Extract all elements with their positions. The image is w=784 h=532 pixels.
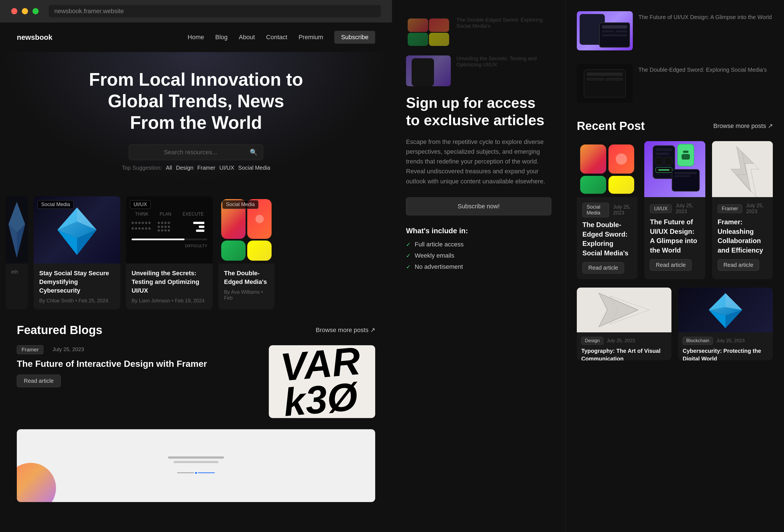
nav-blog[interactable]: Blog (215, 34, 228, 41)
featured-article-title: The Future of Interactive Design with Fr… (17, 359, 258, 369)
recent-card-2[interactable]: Framer July 25, 2023 Framer: Unleashing … (712, 141, 773, 279)
nav-links: Home Blog About Contact Premium Subscrib… (188, 31, 375, 44)
article-thumb-1 (406, 55, 451, 86)
recent-card-title-2: Framer: Unleashing Collaboration and Eff… (718, 217, 767, 255)
card-cybersecurity[interactable]: Social Media (34, 196, 120, 309)
include-label-1: Weekly emails (415, 252, 454, 259)
svg-marker-8 (731, 147, 754, 192)
recent-card-img-0 (577, 141, 638, 197)
address-text: newsbook.framer.website (54, 7, 124, 15)
includes-title: What's include in: (406, 226, 551, 235)
recent-card-3[interactable]: Design July 25, 2023 Typography: The Art… (577, 287, 671, 360)
include-item-0: ✓ Full article access (406, 241, 551, 248)
top-article-subtitle-0: The Double-Edged Sword: Exploring Social… (456, 17, 551, 29)
right-article-dark-content: The Double-Edged Sword: Exploring Social… (638, 64, 773, 78)
articles-col: The Future of UI/UX Design: A Glimpse in… (566, 0, 784, 532)
subscribe-button[interactable]: Subscribe now! (406, 197, 551, 215)
signup-section: The Double-Edged Sword: Exploring Social… (392, 0, 566, 532)
recent-row-2: Design July 25, 2023 Typography: The Art… (577, 287, 773, 360)
nav-premium[interactable]: Premium (299, 34, 323, 41)
search-icon[interactable]: 🔍 (250, 149, 257, 156)
right-article-uiux[interactable]: The Future of UI/UX Design: A Glimpse in… (577, 11, 773, 50)
include-item-1: ✓ Weekly emails (406, 252, 551, 259)
card-badge-1: UI/UX (130, 200, 151, 209)
right-panel: The Double-Edged Sword: Exploring Social… (392, 0, 784, 532)
top-article-dim: The Double-Edged Sword: Exploring Social… (406, 17, 551, 86)
top-article-0[interactable]: The Double-Edged Sword: Exploring Social… (406, 17, 551, 48)
card-uiux[interactable]: UI/UX THINK PLAN EXECUTE (126, 196, 213, 309)
suggestion-uiux[interactable]: UI/UX (219, 165, 234, 171)
check-icon-0: ✓ (406, 241, 411, 248)
right-article-dark[interactable]: The Double-Edged Sword: Exploring Social… (577, 64, 773, 103)
search-placeholder: Search resources... (135, 149, 246, 156)
website: newsbook Home Blog About Contact Premium… (0, 22, 392, 532)
include-label-0: Full article access (415, 241, 464, 248)
card-social[interactable]: Social Media The Double-Edged Media's By… (218, 196, 274, 309)
recent-card-body-1: UI/UX July 25, 2023 The Future of UI/UX … (644, 197, 705, 276)
featured-content: Framer July 25, 2023 The Future of Inter… (17, 345, 375, 418)
featured-blogs: Featured Blogs Browse more posts ↗ Frame… (0, 309, 392, 502)
read-article-btn-1[interactable]: Read article (650, 259, 692, 271)
featured-title: Featured Blogs (17, 324, 103, 337)
recent-date-2: July 25, 2023 (746, 203, 767, 215)
nav-home[interactable]: Home (188, 34, 204, 41)
suggestion-framer[interactable]: Framer (197, 165, 215, 171)
recent-grid: Social Media July 25, 2023 The Double-Ed… (577, 141, 773, 279)
signup-description: Escape from the repetitive cycle to expl… (406, 137, 551, 186)
recent-card-tags-0: Social Media July 25, 2023 (582, 203, 632, 217)
browser-dot-green[interactable] (32, 8, 39, 14)
recent-card-1[interactable]: UI/UX July 25, 2023 The Future of UI/UX … (644, 141, 705, 279)
read-article-btn-featured[interactable]: Read article (17, 375, 61, 387)
read-article-btn-2[interactable]: Read article (718, 259, 759, 271)
browser-chrome: newsbook.framer.website (0, 0, 392, 22)
hero-title: From Local Innovation to Global Trends, … (84, 69, 308, 133)
browser-dot-red[interactable] (11, 8, 17, 14)
browse-more-featured[interactable]: Browse more posts ↗ (316, 327, 375, 334)
recent-cat-0[interactable]: Social Media (582, 203, 609, 217)
recent-date-0: July 25, 2023 (613, 204, 632, 216)
right-article-dark-title: The Double-Edged Sword: Exploring Social… (638, 67, 773, 73)
read-article-btn-0[interactable]: Read article (582, 262, 624, 274)
card-meta-2: By Ava Williams • Feb (224, 289, 269, 301)
search-box[interactable]: Search resources... 🔍 (129, 144, 263, 160)
featured-img: VARk3Ø (269, 345, 375, 418)
recent-card-title-0: The Double-Edged Sword: Exploring Social… (582, 220, 632, 258)
recent-card-body-2: Framer July 25, 2023 Framer: Unleashing … (712, 197, 773, 276)
top-suggestion: Top Suggestion: All Design Framer UI/UX … (122, 165, 270, 171)
nav-contact[interactable]: Contact (266, 34, 287, 41)
browser-dot-yellow[interactable] (22, 8, 28, 14)
suggestion-design[interactable]: Design (176, 165, 194, 171)
recent-date-1: July 25, 2023 (676, 203, 699, 215)
top-article-content-1: Unveiling the Secrets: Testing and Optim… (456, 55, 551, 68)
nav-about[interactable]: About (239, 34, 255, 41)
right-article-uiux-title: The Future of UI/UX Design: A Glimpse in… (638, 14, 773, 21)
browser-address: newsbook.framer.website (49, 5, 381, 17)
recent-card-tags-1: UI/UX July 25, 2023 (650, 203, 699, 215)
check-icon-2: ✓ (406, 263, 411, 270)
card-partial: eth (6, 196, 28, 309)
recent-cat-2[interactable]: Framer (718, 204, 742, 213)
browse-more-recent[interactable]: Browse more posts ↗ (713, 122, 773, 130)
suggestion-social[interactable]: Social Media (238, 165, 271, 171)
nav-subscribe[interactable]: Subscribe (334, 31, 375, 44)
top-article-1[interactable]: Unveiling the Secrets: Testing and Optim… (406, 55, 551, 86)
top-article-content-0: The Double-Edged Sword: Exploring Social… (456, 17, 551, 31)
suggestion-all[interactable]: All (166, 165, 172, 171)
recent-card-img-1 (644, 141, 705, 197)
recent-cat-1[interactable]: UI/UX (650, 204, 672, 213)
svg-marker-16 (709, 293, 726, 310)
recent-card-body-0: Social Media July 25, 2023 The Double-Ed… (577, 197, 638, 279)
right-article-uiux-content: The Future of UI/UX Design: A Glimpse in… (638, 11, 773, 26)
featured-header: Featured Blogs Browse more posts ↗ (17, 324, 375, 337)
suggestion-label: Top Suggestion: (122, 165, 162, 171)
nav-logo[interactable]: newsbook (17, 33, 52, 42)
check-icon-1: ✓ (406, 252, 411, 259)
featured-tag-framer[interactable]: Framer (17, 345, 44, 354)
featured-second (17, 429, 375, 502)
nav: newsbook Home Blog About Contact Premium… (0, 22, 392, 52)
phone-mockup (412, 58, 434, 86)
card-badge-0: Social Media (37, 200, 74, 209)
recent-card-4[interactable]: Blockchain July 25, 2023 Cybersecurity: … (678, 287, 773, 360)
recent-card-0[interactable]: Social Media July 25, 2023 The Double-Ed… (577, 141, 638, 279)
recent-card-title-1: The Future of UI/UX Design: A Glimpse in… (650, 217, 699, 255)
